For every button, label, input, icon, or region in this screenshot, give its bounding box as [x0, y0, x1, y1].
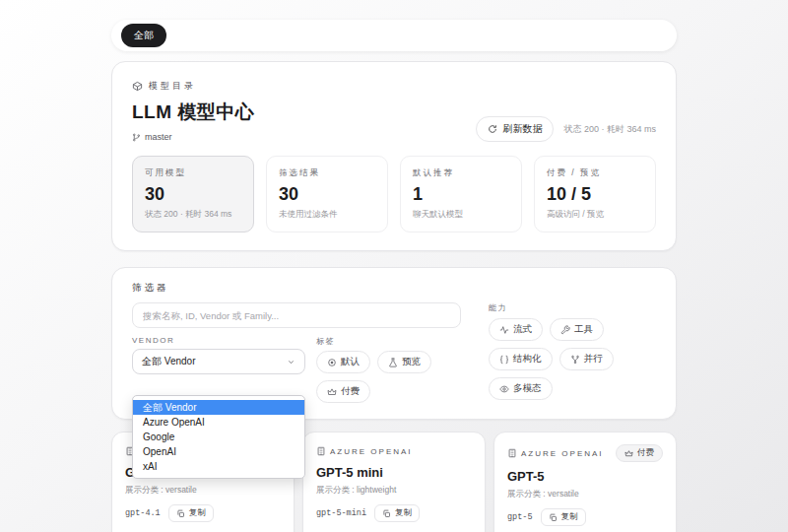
chevron-down-icon	[287, 358, 296, 366]
capability-chip-streaming[interactable]: 流式	[489, 318, 543, 341]
vendor-label: AZURE OPENAI	[330, 447, 413, 456]
stat-filter-results: 筛选结果 30 未使用过滤条件	[266, 156, 388, 233]
stat-label: 默认推荐	[413, 167, 509, 179]
model-category: 展示分类 : versatile	[507, 489, 663, 500]
tag-chip-default[interactable]: 默认	[316, 351, 370, 373]
crown-icon	[624, 449, 633, 458]
model-id: gpt-4.1	[125, 508, 161, 518]
header-left: 模型目录 LLM 模型中心 master	[132, 80, 254, 142]
stat-paid-preview: 付费 / 预览 10 / 5 高级访问 / 预览	[534, 156, 656, 233]
circle-dot-icon	[327, 358, 337, 367]
git-branch-icon	[132, 133, 141, 142]
model-id: gpt-5-mini	[316, 508, 366, 518]
paid-badge: 付费	[616, 444, 663, 462]
capability-chip-label: 结构化	[513, 353, 542, 366]
stat-sub: 高级访问 / 预览	[547, 209, 643, 221]
page-title: LLM 模型中心	[132, 100, 254, 125]
stat-default-recommended: 默认推荐 1 聊天默认模型	[400, 156, 522, 233]
package-icon	[132, 81, 143, 92]
refresh-icon	[488, 124, 497, 134]
model-name: GPT-5 mini	[316, 465, 472, 480]
stat-label: 筛选结果	[279, 167, 375, 179]
model-category: 展示分类 : lightweight	[316, 485, 472, 497]
model-name: GPT-5	[507, 469, 663, 484]
filters-left: VENDOR 全部 Vendor 全部 Vendor Azure OpenAI …	[132, 302, 461, 403]
fork-icon	[570, 355, 580, 365]
vendor-row: AZURE OPENAI	[507, 448, 604, 458]
search-input[interactable]	[132, 302, 461, 328]
eye-icon	[499, 384, 509, 394]
filters-heading: 筛选器	[132, 282, 656, 295]
stat-label: 可用模型	[145, 167, 241, 179]
branch-badge: master	[132, 132, 254, 142]
stat-value: 30	[279, 184, 375, 205]
capability-chip-label: 流式	[513, 323, 532, 336]
tags-group: 标签 默认 预览 付费	[316, 336, 461, 403]
tag-chip-paid[interactable]: 付费	[316, 380, 370, 403]
refresh-label: 刷新数据	[502, 122, 542, 136]
capability-chip-label: 并行	[584, 353, 603, 366]
branch-label: master	[145, 132, 172, 142]
filter-all-pill[interactable]: 全部	[121, 24, 166, 47]
vendor-option-google[interactable]: Google	[133, 430, 304, 444]
model-category: 展示分类 : versatile	[125, 485, 281, 497]
copy-label: 复制	[395, 507, 412, 519]
vendor-dropdown: 全部 Vendor Azure OpenAI Google OpenAI xAI	[132, 395, 305, 479]
model-id: gpt-5	[507, 512, 533, 522]
flask-icon	[388, 358, 398, 367]
braces-icon	[499, 355, 509, 365]
vendor-option-all[interactable]: 全部 Vendor	[133, 400, 304, 415]
model-card-gpt-5-mini[interactable]: AZURE OPENAI GPT-5 mini 展示分类 : lightweig…	[302, 432, 486, 532]
tag-chip-preview[interactable]: 预览	[377, 351, 431, 373]
stat-value: 30	[145, 184, 241, 205]
copy-icon	[176, 509, 185, 518]
status-text: 状态 200 · 耗时 364 ms	[563, 123, 656, 136]
vendor-label: AZURE OPENAI	[521, 449, 604, 458]
catalog-eyebrow-label: 模型目录	[149, 80, 196, 93]
top-filter-bar: 全部	[111, 20, 677, 51]
capabilities-label: 能力	[489, 302, 656, 313]
header-right: 刷新数据 状态 200 · 耗时 364 ms	[476, 116, 656, 142]
capability-chip-structured[interactable]: 结构化	[489, 348, 553, 370]
vendor-select-value: 全部 Vendor	[142, 355, 195, 368]
copy-icon	[549, 513, 558, 522]
capability-chip-tools[interactable]: 工具	[550, 318, 604, 341]
vendor-label: VENDOR	[132, 336, 305, 345]
vendor-select[interactable]: 全部 Vendor	[132, 349, 305, 374]
crown-icon	[327, 387, 337, 397]
wrench-icon	[560, 325, 570, 335]
capabilities-group: 能力 流式 工具 结构化 并	[489, 302, 656, 403]
vendor-group: VENDOR 全部 Vendor 全部 Vendor Azure OpenAI …	[132, 336, 305, 403]
vendor-option-azure-openai[interactable]: Azure OpenAI	[133, 415, 304, 430]
paid-badge-label: 付费	[637, 447, 654, 459]
page: 全部 模型目录 LLM 模型中心 master 刷新数据 状态	[111, 0, 677, 532]
vendor-option-openai[interactable]: OpenAI	[133, 444, 304, 459]
building-icon	[316, 446, 326, 456]
copy-label: 复制	[561, 511, 578, 523]
stat-sub: 状态 200 · 耗时 364 ms	[145, 209, 241, 221]
stat-sub: 聊天默认模型	[413, 209, 509, 221]
activity-icon	[499, 325, 509, 335]
stats-row: 可用模型 30 状态 200 · 耗时 364 ms 筛选结果 30 未使用过滤…	[132, 156, 656, 233]
tags-label: 标签	[316, 336, 461, 347]
stat-value: 10 / 5	[547, 184, 643, 205]
vendor-row: AZURE OPENAI	[316, 446, 413, 456]
building-icon	[507, 448, 517, 458]
vendor-option-xai[interactable]: xAI	[133, 459, 304, 474]
capability-chip-label: 工具	[574, 323, 593, 336]
filters-card: 筛选器 VENDOR 全部 Vendor 全部 Vendor Azure Ope…	[111, 267, 677, 420]
model-card-gpt-5[interactable]: AZURE OPENAI 付费 GPT-5 展示分类 : versatile g…	[493, 432, 677, 532]
stat-available-models: 可用模型 30 状态 200 · 耗时 364 ms	[132, 156, 254, 233]
tag-chip-label: 默认	[341, 356, 360, 368]
model-center-card: 模型目录 LLM 模型中心 master 刷新数据 状态 200 · 耗时 36…	[111, 61, 677, 251]
copy-button[interactable]: 复制	[168, 504, 214, 522]
tag-chip-label: 预览	[402, 356, 421, 368]
capability-chip-parallel[interactable]: 并行	[559, 348, 614, 370]
refresh-button[interactable]: 刷新数据	[476, 116, 554, 142]
stat-value: 1	[413, 184, 509, 205]
copy-icon	[382, 509, 391, 518]
copy-label: 复制	[189, 507, 206, 519]
capability-chip-multimodal[interactable]: 多模态	[489, 377, 553, 400]
copy-button[interactable]: 复制	[541, 508, 586, 526]
copy-button[interactable]: 复制	[374, 504, 420, 522]
